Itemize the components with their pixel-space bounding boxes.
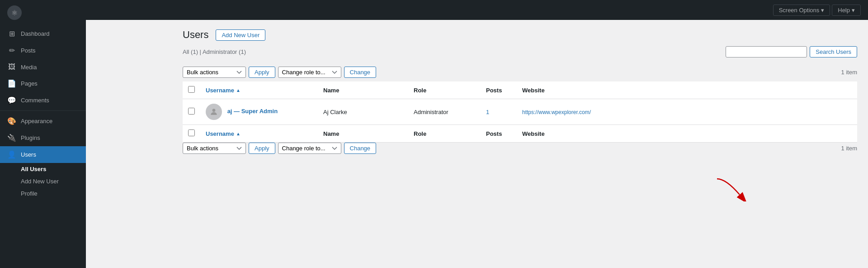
plugins-icon: 🔌 bbox=[7, 134, 16, 142]
top-actions-bar: Bulk actions Apply Change role to... Cha… bbox=[183, 67, 857, 78]
chevron-down-icon: ▾ bbox=[821, 7, 824, 14]
sidebar-item-label: Dashboard bbox=[21, 30, 50, 37]
website-link[interactable]: https://www.wpexplorer.com/ bbox=[522, 109, 591, 115]
posts-link[interactable]: 1 bbox=[486, 109, 489, 115]
sidebar-separator bbox=[0, 110, 86, 111]
sidebar-item-label: Plugins bbox=[21, 134, 40, 141]
row-checkbox[interactable] bbox=[188, 108, 195, 115]
sidebar-logo: ⚛ bbox=[0, 0, 86, 25]
sidebar-item-plugins[interactable]: 🔌 Plugins bbox=[0, 129, 86, 146]
main-content: Users Add New User All (1) | Administrat… bbox=[172, 20, 868, 268]
sort-icon: ▲ bbox=[236, 88, 241, 93]
sidebar-item-users[interactable]: 👤 Users bbox=[0, 146, 86, 163]
row-website-cell: https://www.wpexplorer.com/ bbox=[517, 99, 857, 125]
select-all-checkbox[interactable] bbox=[188, 86, 195, 93]
posts-icon: ✏ bbox=[7, 46, 16, 55]
header-posts-col: Posts bbox=[481, 81, 517, 99]
sidebar-sub-profile[interactable]: Profile bbox=[0, 187, 86, 200]
username-footer-label: Username bbox=[206, 130, 234, 137]
page-header: Users Add New User bbox=[183, 29, 857, 41]
users-table: Username ▲ Name Role Posts Website bbox=[183, 81, 857, 143]
header-checkbox-col bbox=[183, 81, 200, 99]
search-users-input[interactable] bbox=[726, 46, 807, 57]
pages-icon: 📄 bbox=[7, 79, 16, 88]
bottom-apply-button[interactable]: Apply bbox=[249, 143, 275, 154]
sidebar-submenu-users: All Users Add New User Profile bbox=[0, 163, 86, 200]
sidebar-item-label: Posts bbox=[21, 47, 36, 54]
search-bar: Search Users bbox=[726, 46, 857, 57]
row-role-cell: Administrator bbox=[408, 99, 481, 125]
sidebar-item-pages[interactable]: 📄 Pages bbox=[0, 75, 86, 92]
sidebar-sub-add-new-user[interactable]: Add New User bbox=[0, 175, 86, 187]
filter-admin-link[interactable]: Administrator (1) bbox=[203, 48, 246, 55]
help-label: Help bbox=[838, 7, 850, 14]
top-change-role-select[interactable]: Change role to... bbox=[278, 67, 341, 78]
search-users-button[interactable]: Search Users bbox=[810, 46, 857, 57]
bottom-item-count: 1 item bbox=[841, 145, 857, 152]
wordpress-logo: ⚛ bbox=[7, 5, 22, 20]
sidebar: ⚛ ⊞ Dashboard ✏ Posts 🖼 Media 📄 Pages 💬 … bbox=[0, 0, 86, 268]
filter-admin-count: (1) bbox=[239, 48, 246, 55]
sidebar-item-label: Pages bbox=[21, 80, 38, 87]
row-name-cell: Aj Clarke bbox=[318, 99, 408, 125]
appearance-icon: 🎨 bbox=[7, 117, 16, 125]
svg-point-0 bbox=[212, 109, 216, 112]
bottom-change-button[interactable]: Change bbox=[344, 143, 377, 154]
row-username-cell: aj — Super Admin bbox=[200, 99, 318, 125]
top-apply-button[interactable]: Apply bbox=[249, 67, 275, 78]
sidebar-item-appearance[interactable]: 🎨 Appearance bbox=[0, 113, 86, 129]
arrow-annotation bbox=[712, 174, 749, 203]
add-new-user-button[interactable]: Add New User bbox=[216, 29, 265, 41]
filter-all-count: (1) bbox=[191, 48, 198, 55]
sidebar-item-label: Users bbox=[21, 151, 36, 158]
sidebar-item-media[interactable]: 🖼 Media bbox=[0, 59, 86, 75]
sidebar-item-label: Comments bbox=[21, 97, 49, 104]
footer-role-col: Role bbox=[408, 125, 481, 143]
footer-username-col: Username ▲ bbox=[200, 125, 318, 143]
sidebar-sub-all-users[interactable]: All Users bbox=[0, 163, 86, 175]
sort-username-footer-link[interactable]: Username ▲ bbox=[206, 130, 241, 137]
username-link[interactable]: aj — Super Admin bbox=[227, 108, 278, 115]
media-icon: 🖼 bbox=[7, 63, 16, 71]
screen-options-button[interactable]: Screen Options ▾ bbox=[773, 5, 830, 16]
header-website-col: Website bbox=[517, 81, 857, 99]
users-icon: 👤 bbox=[7, 150, 16, 159]
header-name-col: Name bbox=[318, 81, 408, 99]
sidebar-item-posts[interactable]: ✏ Posts bbox=[0, 42, 86, 59]
top-actions-left: Bulk actions Apply Change role to... Cha… bbox=[183, 67, 376, 78]
header-role-col: Role bbox=[408, 81, 481, 99]
sidebar-item-label: Appearance bbox=[21, 118, 52, 124]
row-checkbox-cell bbox=[183, 99, 200, 125]
footer-website-col: Website bbox=[517, 125, 857, 143]
sidebar-item-comments[interactable]: 💬 Comments bbox=[0, 92, 86, 109]
chevron-down-icon: ▾ bbox=[852, 7, 855, 14]
bottom-actions-left: Bulk actions Apply Change role to... Cha… bbox=[183, 143, 376, 154]
header-username-col: Username ▲ bbox=[200, 81, 318, 99]
footer-posts-col: Posts bbox=[481, 125, 517, 143]
top-bulk-actions-select[interactable]: Bulk actions bbox=[183, 67, 246, 78]
sort-icon-footer: ▲ bbox=[236, 131, 241, 136]
comments-icon: 💬 bbox=[7, 96, 16, 105]
sidebar-item-label: Media bbox=[21, 64, 37, 71]
avatar bbox=[206, 104, 222, 120]
bottom-change-role-select[interactable]: Change role to... bbox=[278, 143, 341, 154]
row-posts-cell: 1 bbox=[481, 99, 517, 125]
bottom-bulk-actions-select[interactable]: Bulk actions bbox=[183, 143, 246, 154]
filter-links: All (1) | Administrator (1) bbox=[183, 48, 246, 55]
top-change-button[interactable]: Change bbox=[344, 67, 377, 78]
filter-admin-label: Administrator bbox=[203, 48, 237, 55]
help-button[interactable]: Help ▾ bbox=[832, 5, 861, 16]
username-header-label: Username bbox=[206, 87, 234, 94]
table-footer-row: Username ▲ Name Role Posts Website bbox=[183, 125, 857, 143]
sidebar-item-dashboard[interactable]: ⊞ Dashboard bbox=[0, 25, 86, 42]
filter-all-link[interactable]: All (1) bbox=[183, 48, 200, 55]
bottom-actions-bar: Bulk actions Apply Change role to... Cha… bbox=[183, 143, 857, 154]
top-item-count: 1 item bbox=[841, 69, 857, 76]
page-title: Users bbox=[183, 29, 208, 41]
select-all-footer-checkbox[interactable] bbox=[188, 129, 195, 136]
footer-name-col: Name bbox=[318, 125, 408, 143]
screen-options-label: Screen Options bbox=[779, 7, 820, 14]
sort-username-link[interactable]: Username ▲ bbox=[206, 87, 241, 94]
footer-checkbox-col bbox=[183, 125, 200, 143]
table-row: aj — Super Admin Aj Clarke Administrator… bbox=[183, 99, 857, 125]
